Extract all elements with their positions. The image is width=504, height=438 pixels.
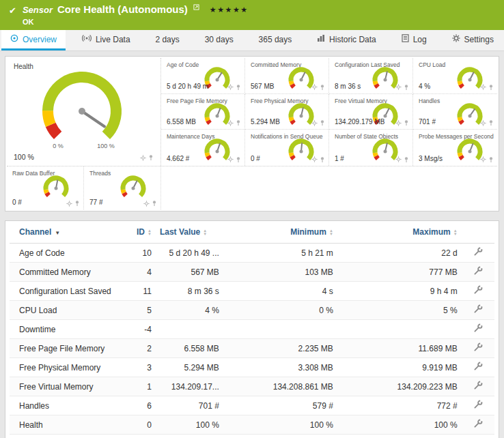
channel-id-cell: 4 <box>125 263 156 282</box>
gauge-settings-icon[interactable] <box>140 155 146 161</box>
channel-actions-cell <box>462 282 494 301</box>
tab-30-days[interactable]: 30 days <box>196 30 242 50</box>
gauge-pin-icon[interactable] <box>148 154 154 161</box>
channel-lastvalue-cell: 6.558 MB <box>156 339 223 358</box>
gauge-cell-committed-memory[interactable]: Committed Memory567 MB <box>245 58 329 94</box>
tab-365-days[interactable]: 365 days <box>250 30 301 50</box>
channel-row-health[interactable]: Health0100 %100 %100 % <box>10 415 494 435</box>
channel-row-free-virtual-memory[interactable]: Free Virtual Memory1134.209.17...134.208… <box>10 377 494 396</box>
gauge-value: 1 # <box>335 155 344 162</box>
channel-row-configuration-last-saved[interactable]: Configuration Last Saved118 m 36 s4 s9 h… <box>10 282 494 301</box>
gauge-pin-icon[interactable] <box>236 119 241 126</box>
gauge-settings-icon[interactable] <box>311 120 318 126</box>
tab-log[interactable]: Log <box>393 30 436 50</box>
channel-actions-cell <box>462 358 494 377</box>
gauge-pin-icon[interactable] <box>152 200 157 207</box>
channel-id-cell: 11 <box>125 282 156 301</box>
gauge-pin-icon[interactable] <box>236 84 241 91</box>
gauge-settings-icon[interactable] <box>227 120 234 126</box>
gauge-icons <box>395 84 409 91</box>
gauge-settings-icon[interactable] <box>311 84 318 90</box>
column-header-minimum[interactable]: Minimum▲▼ <box>223 221 337 244</box>
gauge-cell-free-page-file-memory[interactable]: Free Page File Memory6.558 MB <box>161 94 245 130</box>
gauge-settings-icon[interactable] <box>480 84 486 90</box>
gauge-pin-icon[interactable] <box>74 200 80 207</box>
channel-settings-button[interactable] <box>473 266 483 278</box>
gauge-settings-icon[interactable] <box>66 201 72 207</box>
channel-settings-button[interactable] <box>473 247 483 259</box>
gauge-settings-icon[interactable] <box>395 84 402 90</box>
channel-row-free-physical-memory[interactable]: Free Physical Memory35.294 MB3.308 MB9.9… <box>10 358 494 377</box>
gauge-settings-icon[interactable] <box>480 120 486 126</box>
gauge-cell-notifications-in-send-queue[interactable]: Notifications in Send Queue0 # <box>245 130 329 166</box>
sort-icons: ▲▼ <box>203 229 207 236</box>
gauge-pin-icon[interactable] <box>404 84 409 91</box>
gauge-pin-icon[interactable] <box>320 119 325 126</box>
channel-lastvalue-cell <box>156 320 223 339</box>
gauge-pin-icon[interactable] <box>320 156 325 163</box>
gauge-settings-icon[interactable] <box>143 201 150 207</box>
tab-label: Historic Data <box>329 35 376 44</box>
gauge-cell-free-physical-memory[interactable]: Free Physical Memory5.294 MB <box>245 94 329 130</box>
channel-settings-button[interactable] <box>473 381 483 392</box>
channel-row-committed-memory[interactable]: Committed Memory4567 MB103 MB777 MB <box>10 263 494 282</box>
sort-icons: ▲▼ <box>453 229 458 236</box>
gauge-icons <box>143 200 157 207</box>
channel-name-cell: Downtime <box>10 320 125 339</box>
channel-row-handles[interactable]: Handles6701 #579 #772 # <box>10 396 494 415</box>
tab-2-days[interactable]: 2 days <box>146 30 188 50</box>
priority-stars[interactable]: ★★★★★ <box>210 5 249 14</box>
channel-settings-button[interactable] <box>473 285 483 297</box>
channel-lastvalue-cell: 567 MB <box>156 263 223 282</box>
channel-settings-button[interactable] <box>473 400 483 411</box>
external-link-icon[interactable] <box>193 1 199 13</box>
gauge-pin-icon[interactable] <box>320 84 325 91</box>
gauge-settings-icon[interactable] <box>395 120 402 126</box>
channel-settings-button[interactable] <box>473 342 483 354</box>
column-header-channel[interactable]: Channel▼ <box>10 221 125 244</box>
tab-live-data[interactable]: Live Data <box>73 30 139 50</box>
health-gauge-cell[interactable]: Health 0 % 100 % 100 % <box>7 58 161 166</box>
gauge-settings-icon[interactable] <box>311 156 318 162</box>
channel-minimum-cell: 4.662 # <box>223 435 337 438</box>
gauge-settings-icon[interactable] <box>395 156 402 162</box>
channel-row-age-of-code[interactable]: Age of Code105 d 20 h 49 ...5 h 21 m22 d <box>10 244 494 263</box>
gauge-pin-icon[interactable] <box>488 119 494 126</box>
tab-label: 30 days <box>205 35 234 44</box>
gauge-cell-age-of-code[interactable]: Age of Code5 d 20 h 49 m <box>161 58 245 94</box>
column-header-last-value[interactable]: Last Value▲▼ <box>156 221 223 244</box>
gauge-pin-icon[interactable] <box>488 156 494 163</box>
gauge-cell-threads[interactable]: Threads77 # <box>84 166 161 209</box>
column-header-id[interactable]: ID▲▼ <box>125 221 156 244</box>
channel-settings-button[interactable] <box>473 419 483 430</box>
gauge-cell-free-virtual-memory[interactable]: Free Virtual Memory134.209.179 MB <box>329 94 413 130</box>
gauge-cell-maintenance-days[interactable]: Maintenance Days4.662 # <box>161 130 245 166</box>
channel-row-free-page-file-memory[interactable]: Free Page File Memory26.558 MB2.235 MB11… <box>10 339 494 358</box>
gauge-cell-cpu-load[interactable]: CPU Load4 % <box>413 58 497 94</box>
gauge-cell-probe-messages-per-second[interactable]: Probe Messages per Second3 Msg/s <box>413 130 497 166</box>
gauge-icons <box>311 119 325 126</box>
gauge-settings-icon[interactable] <box>227 84 234 90</box>
gauge-pin-icon[interactable] <box>488 84 494 91</box>
channel-settings-button[interactable] <box>473 304 483 316</box>
gauge-settings-icon[interactable] <box>480 156 486 162</box>
gauge-cell-handles[interactable]: Handles701 # <box>413 94 497 130</box>
channel-settings-button[interactable] <box>473 323 483 335</box>
gauge-pin-icon[interactable] <box>404 156 409 163</box>
gauge-pin-icon[interactable] <box>404 119 409 126</box>
channel-row-maintenance-days[interactable]: Maintenance Days94.662 #4.662 #4.698 # <box>10 435 494 438</box>
gauge-cell-configuration-last-saved[interactable]: Configuration Last Saved8 m 36 s <box>329 58 413 94</box>
channel-row-cpu-load[interactable]: CPU Load54 %0 %5 % <box>10 301 494 320</box>
gauge-cell-number-of-state-objects[interactable]: Number of State Objects1 # <box>329 130 413 166</box>
channel-settings-button[interactable] <box>473 362 483 373</box>
gauge-icons <box>311 156 325 163</box>
column-header-maximum[interactable]: Maximum▲▼ <box>337 221 462 244</box>
tab-settings[interactable]: Settings <box>443 30 503 50</box>
gauge-cell-raw-data-buffer[interactable]: Raw Data Buffer0 # <box>7 166 84 209</box>
channel-name-cell: Health <box>10 415 125 435</box>
tab-overview[interactable]: Overview <box>1 30 66 50</box>
gauge-pin-icon[interactable] <box>236 156 241 163</box>
tab-historic-data[interactable]: Historic Data <box>308 30 385 50</box>
gauge-settings-icon[interactable] <box>227 156 234 162</box>
channel-row-downtime[interactable]: Downtime-4 <box>10 320 494 339</box>
